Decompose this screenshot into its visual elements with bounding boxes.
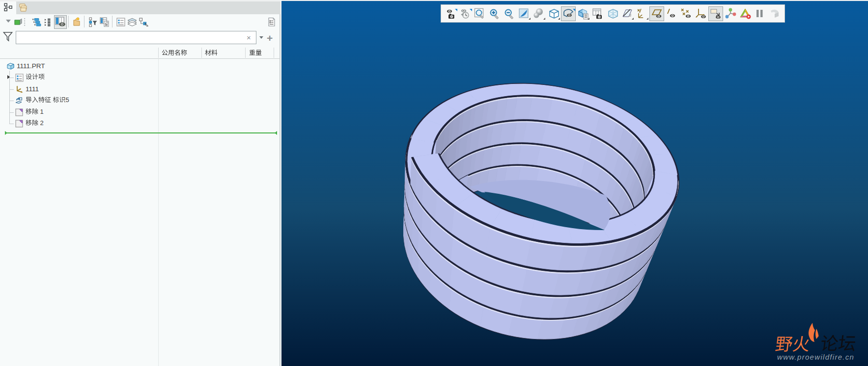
svg-text:1: 1 bbox=[40, 108, 44, 115]
svg-text:5: 5 bbox=[66, 97, 69, 104]
svg-text:2: 2 bbox=[40, 120, 44, 127]
